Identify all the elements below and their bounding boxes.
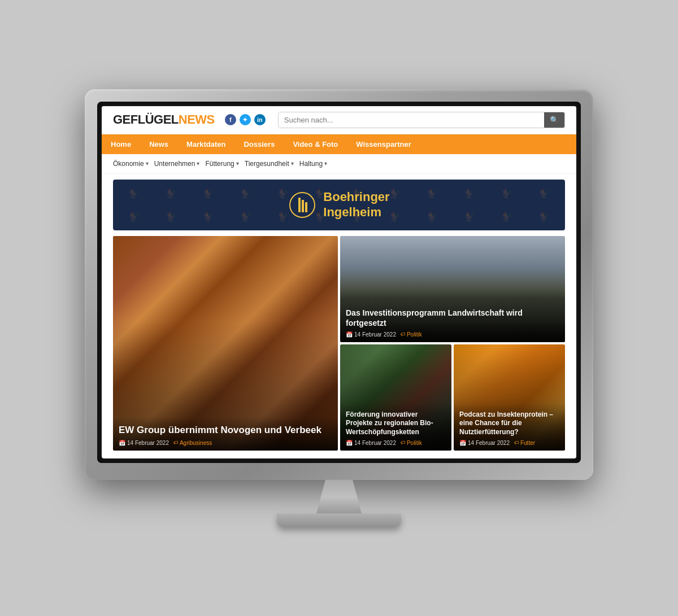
news-card-bottom-left[interactable]: Förderung innovativer Projekte zu region… <box>340 344 451 451</box>
boehringer-ingelheim-logo-icon <box>288 191 316 219</box>
svg-rect-2 <box>302 200 304 212</box>
card-meta-bottom-right: 📅 14 Februar 2022 Futter <box>459 440 559 446</box>
facebook-icon[interactable]: f <box>225 114 236 125</box>
card-overlay-bottom-left: Förderung innovativer Projekte zu region… <box>340 404 451 451</box>
nav-news[interactable]: News <box>140 134 177 154</box>
card-meta-bottom-left: 📅 14 Februar 2022 Politik <box>346 440 446 446</box>
card-title-bottom-right: Podcast zu Insektenprotein – eine Chance… <box>459 410 559 437</box>
card-date-main: 📅 14 Februar 2022 <box>119 440 169 446</box>
card-title-bottom-left: Förderung innovativer Projekte zu region… <box>346 410 446 437</box>
card-overlay-bottom-right: Podcast zu Insektenprotein – eine Chance… <box>454 404 565 451</box>
card-tag-bottom-right[interactable]: Futter <box>514 440 535 446</box>
svg-rect-3 <box>305 202 307 212</box>
logo-gefluegel: GEFLÜGEL <box>113 112 179 126</box>
twitter-icon[interactable]: ✦ <box>240 114 251 125</box>
monitor-screen: GEFLÜGELNEWS f ✦ in 🔍 Home News <box>102 106 576 458</box>
card-meta-top-right: 📅 14 Februar 2022 Politik <box>346 331 559 338</box>
card-title-main: EW Group übernimmt Novogen und Verbeek <box>119 424 332 436</box>
news-grid-bottom-row: Förderung innovativer Projekte zu region… <box>340 344 565 451</box>
news-grid-right: Das Investitionsprogramm Landwirtschaft … <box>340 236 565 451</box>
news-card-top-right[interactable]: Das Investitionsprogramm Landwirtschaft … <box>340 236 565 342</box>
card-tag-bottom-left[interactable]: Politik <box>401 440 422 446</box>
search-bar: 🔍 <box>278 112 565 128</box>
main-navigation: Home News Marktdaten Dossiers Video & Fo… <box>102 134 576 154</box>
nav-sub-futterung[interactable]: Fütterung <box>205 159 244 169</box>
social-icons: f ✦ in <box>225 114 266 125</box>
ad-logo-content: BoehringerIngelheim <box>288 190 389 220</box>
svg-rect-1 <box>298 198 301 212</box>
card-date-bottom-right: 📅 14 Februar 2022 <box>459 440 510 446</box>
card-tag-main[interactable]: Agribusiness <box>173 440 212 446</box>
nav-sub-tiergesundheit[interactable]: Tiergesundheit <box>245 159 299 169</box>
search-button[interactable]: 🔍 <box>544 112 564 128</box>
monitor-frame: GEFLÜGELNEWS f ✦ in 🔍 Home News <box>85 89 593 480</box>
nav-wissenspartner[interactable]: Wissenspartner <box>347 134 420 154</box>
nav-sub-haltung[interactable]: Haltung <box>299 159 333 169</box>
nav-sub-unternehmen[interactable]: Unternehmen <box>154 159 206 169</box>
advertisement-banner[interactable]: 🐓🐓🐓 🐓🐓🐓 🐓🐓🐓 🐓🐓🐓 🐓🐓🐓 🐓🐓🐓 🐓🐓🐓 🐓🐓🐓 <box>113 180 565 230</box>
card-date-bottom-left: 📅 14 Februar 2022 <box>346 440 396 446</box>
news-card-main[interactable]: EW Group übernimmt Novogen und Verbeek 📅… <box>113 236 338 451</box>
card-meta-main: 📅 14 Februar 2022 Agribusiness <box>119 440 332 446</box>
card-overlay-top-right: Das Investitionsprogramm Landwirtschaft … <box>340 301 565 342</box>
site-header: GEFLÜGELNEWS f ✦ in 🔍 <box>102 106 576 134</box>
monitor-shell: GEFLÜGELNEWS f ✦ in 🔍 Home News <box>85 89 593 527</box>
linkedin-icon[interactable]: in <box>254 114 266 125</box>
monitor-stand-base <box>277 514 401 527</box>
news-grid: EW Group übernimmt Novogen und Verbeek 📅… <box>113 236 565 451</box>
card-overlay-main: EW Group übernimmt Novogen und Verbeek 📅… <box>113 417 338 450</box>
monitor-stand-neck <box>316 480 362 514</box>
nav-video-foto[interactable]: Video & Foto <box>284 134 347 154</box>
monitor-bezel: GEFLÜGELNEWS f ✦ in 🔍 Home News <box>97 102 581 463</box>
sub-navigation: Ökonomie Unternehmen Fütterung Tiergesun… <box>102 154 576 174</box>
nav-dossiers[interactable]: Dossiers <box>234 134 284 154</box>
nav-home[interactable]: Home <box>102 134 140 154</box>
nav-sub-okonomie[interactable]: Ökonomie <box>113 159 154 169</box>
news-card-bottom-right[interactable]: Podcast zu Insektenprotein – eine Chance… <box>454 344 565 451</box>
search-input[interactable] <box>279 112 544 128</box>
nav-marktdaten[interactable]: Marktdaten <box>177 134 234 154</box>
logo-news: NEWS <box>179 112 215 126</box>
site-logo: GEFLÜGELNEWS <box>113 112 215 127</box>
ad-brand-text: BoehringerIngelheim <box>323 190 389 220</box>
card-date-top-right: 📅 14 Februar 2022 <box>346 331 396 338</box>
card-title-top-right: Das Investitionsprogramm Landwirtschaft … <box>346 308 559 328</box>
card-tag-top-right[interactable]: Politik <box>401 331 422 338</box>
